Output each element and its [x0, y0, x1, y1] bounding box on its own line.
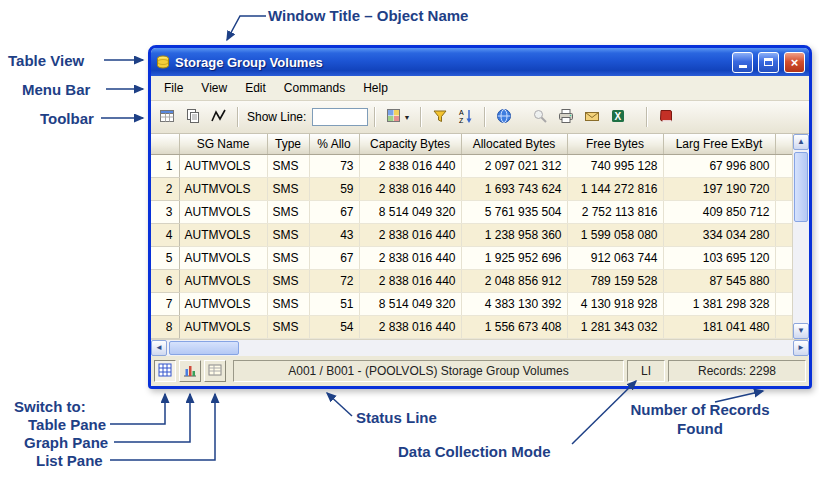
column-header[interactable]: Capacity Bytes	[359, 134, 461, 155]
horizontal-scroll-track[interactable]	[241, 340, 793, 356]
data-cell[interactable]: 2 838 016 440	[359, 247, 461, 270]
data-cell[interactable]: 54	[309, 316, 359, 339]
data-cell[interactable]: 409 850 712	[663, 201, 775, 224]
data-cell[interactable]: 181 041 480	[663, 316, 775, 339]
show-line-input[interactable]	[312, 108, 368, 126]
data-cell[interactable]: 740 995 128	[567, 155, 663, 178]
view-options-button[interactable]: ▼	[382, 105, 414, 129]
data-cell[interactable]: SMS	[267, 270, 309, 293]
horizontal-scroll-thumb[interactable]	[169, 341, 239, 355]
data-cell[interactable]: 72	[309, 270, 359, 293]
row-number-cell[interactable]: 1	[151, 155, 179, 178]
data-cell[interactable]: 197 190 720	[663, 178, 775, 201]
data-cell[interactable]: SMS	[267, 247, 309, 270]
help-button[interactable]	[654, 105, 678, 129]
data-cell[interactable]: SMS	[267, 178, 309, 201]
filter-button[interactable]	[428, 105, 452, 129]
data-cell[interactable]: AUTMVOLS	[179, 316, 267, 339]
data-cell[interactable]: 2 838 016 440	[359, 270, 461, 293]
copy-button[interactable]	[181, 105, 205, 129]
volumes-icon[interactable]	[155, 54, 171, 70]
data-cell[interactable]: 1 693 743 624	[461, 178, 567, 201]
data-cell[interactable]: AUTMVOLS	[179, 247, 267, 270]
scroll-left-button[interactable]: ◄	[151, 340, 167, 356]
menu-item-edit[interactable]: Edit	[236, 78, 275, 98]
menu-item-file[interactable]: File	[155, 78, 192, 98]
column-header[interactable]: % Allo	[309, 134, 359, 155]
menu-item-commands[interactable]: Commands	[275, 78, 354, 98]
horizontal-scrollbar[interactable]: ◄ ►	[151, 339, 809, 356]
data-cell[interactable]: 67	[309, 247, 359, 270]
chart-edit-button[interactable]	[207, 105, 231, 129]
data-cell[interactable]: 1 238 958 360	[461, 224, 567, 247]
print-button[interactable]	[554, 105, 578, 129]
row-number-cell[interactable]: 3	[151, 201, 179, 224]
row-number-cell[interactable]: 8	[151, 316, 179, 339]
table-row[interactable]: 7AUTMVOLSSMS518 514 049 3204 383 130 392…	[151, 293, 792, 316]
format-table-button[interactable]	[155, 105, 179, 129]
data-cell[interactable]: 51	[309, 293, 359, 316]
column-header[interactable]: Free Bytes	[567, 134, 663, 155]
row-number-cell[interactable]: 6	[151, 270, 179, 293]
column-header[interactable]: Type	[267, 134, 309, 155]
table-row[interactable]: 4AUTMVOLSSMS432 838 016 4401 238 958 360…	[151, 224, 792, 247]
data-cell[interactable]: 67	[309, 201, 359, 224]
data-cell[interactable]: 5 761 935 504	[461, 201, 567, 224]
data-cell[interactable]: 1 556 673 408	[461, 316, 567, 339]
data-cell[interactable]: 73	[309, 155, 359, 178]
data-cell[interactable]: 59	[309, 178, 359, 201]
row-number-cell[interactable]: 5	[151, 247, 179, 270]
data-cell[interactable]: SMS	[267, 155, 309, 178]
row-number-cell[interactable]: 7	[151, 293, 179, 316]
data-cell[interactable]: 87 545 880	[663, 270, 775, 293]
table-pane-button[interactable]	[154, 360, 176, 382]
data-cell[interactable]: 2 838 016 440	[359, 224, 461, 247]
menu-item-view[interactable]: View	[192, 78, 236, 98]
table-row[interactable]: 8AUTMVOLSSMS542 838 016 4401 556 673 408…	[151, 316, 792, 339]
data-cell[interactable]: 1 925 952 696	[461, 247, 567, 270]
column-header[interactable]: Allocated Bytes	[461, 134, 567, 155]
maximize-button[interactable]	[758, 52, 779, 73]
close-button[interactable]: ×	[784, 52, 805, 73]
data-cell[interactable]: 2 752 113 816	[567, 201, 663, 224]
data-cell[interactable]: 789 159 528	[567, 270, 663, 293]
mail-button[interactable]	[580, 105, 604, 129]
data-cell[interactable]: AUTMVOLS	[179, 293, 267, 316]
data-cell[interactable]: 4 130 918 928	[567, 293, 663, 316]
data-cell[interactable]: 2 048 856 912	[461, 270, 567, 293]
column-header[interactable]: SG Name	[179, 134, 267, 155]
row-number-cell[interactable]: 2	[151, 178, 179, 201]
data-cell[interactable]: AUTMVOLS	[179, 178, 267, 201]
data-cell[interactable]: SMS	[267, 293, 309, 316]
data-cell[interactable]: SMS	[267, 201, 309, 224]
data-cell[interactable]: 1 144 272 816	[567, 178, 663, 201]
data-cell[interactable]: SMS	[267, 224, 309, 247]
data-cell[interactable]: AUTMVOLS	[179, 201, 267, 224]
data-cell[interactable]: 2 097 021 312	[461, 155, 567, 178]
data-cell[interactable]: AUTMVOLS	[179, 224, 267, 247]
refresh-button[interactable]	[492, 105, 516, 129]
list-pane-button[interactable]	[204, 360, 226, 382]
data-cell[interactable]: SMS	[267, 316, 309, 339]
data-cell[interactable]: AUTMVOLS	[179, 155, 267, 178]
excel-export-button[interactable]: X	[606, 105, 630, 129]
data-cell[interactable]: AUTMVOLS	[179, 270, 267, 293]
scroll-up-button[interactable]: ▲	[793, 134, 809, 150]
vertical-scroll-thumb[interactable]	[794, 152, 808, 222]
graph-pane-button[interactable]	[179, 360, 201, 382]
minimize-button[interactable]	[732, 52, 753, 73]
data-cell[interactable]: 43	[309, 224, 359, 247]
data-cell[interactable]: 1 381 298 328	[663, 293, 775, 316]
data-cell[interactable]: 2 838 016 440	[359, 155, 461, 178]
data-cell[interactable]: 334 034 280	[663, 224, 775, 247]
table-row[interactable]: 1AUTMVOLSSMS732 838 016 4402 097 021 312…	[151, 155, 792, 178]
data-cell[interactable]: 4 383 130 392	[461, 293, 567, 316]
data-cell[interactable]: 2 838 016 440	[359, 178, 461, 201]
scroll-right-button[interactable]: ►	[793, 340, 809, 356]
corner-header[interactable]	[151, 134, 179, 155]
table-row[interactable]: 6AUTMVOLSSMS722 838 016 4402 048 856 912…	[151, 270, 792, 293]
scroll-down-button[interactable]: ▼	[793, 323, 809, 339]
sort-button[interactable]: AZ	[454, 105, 478, 129]
data-cell[interactable]: 1 599 058 080	[567, 224, 663, 247]
column-header[interactable]: Larg Free ExByt	[663, 134, 775, 155]
